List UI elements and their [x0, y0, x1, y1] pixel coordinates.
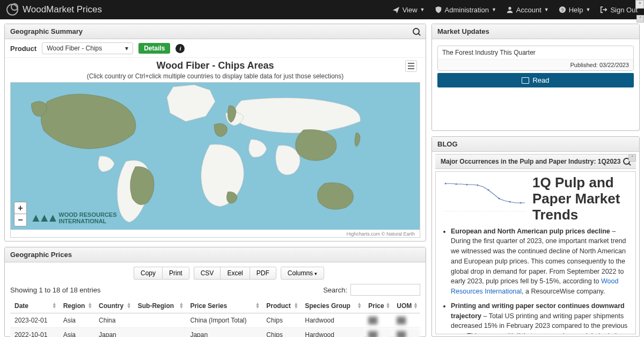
prices-title: Geographic Prices — [10, 251, 72, 259]
geographic-prices-panel: Geographic Prices ˄ Copy Print CSV Excel… — [4, 247, 426, 337]
blog-scroll-up[interactable]: ˄ — [628, 154, 636, 162]
blog-scroll-area[interactable]: ···· 1Q Pulp and Paper Market Trends Eur… — [435, 171, 636, 334]
zoom-out-button[interactable]: − — [14, 214, 26, 226]
help-icon: ? — [559, 6, 566, 13]
nav-help[interactable]: ? Help▼ — [559, 6, 591, 14]
map-title: Wood Fiber - Chips Areas — [10, 58, 420, 72]
update-item: The Forest Industry This Quarter Publish… — [437, 46, 634, 71]
wri-logo: ▲▲▲ WOOD RESOURCES INTERNATIONAL — [30, 211, 117, 224]
brand: WoodMarket Prices — [6, 4, 102, 16]
svg-point-9 — [499, 198, 500, 200]
svg-point-4 — [445, 183, 447, 185]
blog-panel: BLOG Major Occurrences in the Pulp and P… — [431, 136, 640, 337]
col-sub-region[interactable]: Sub-Region▲▼ — [134, 299, 186, 313]
nav-view[interactable]: View▼ — [392, 6, 425, 14]
map-menu-button[interactable] — [405, 60, 417, 72]
pdf-button[interactable]: PDF — [250, 267, 276, 280]
shield-icon — [435, 6, 442, 13]
table-row[interactable]: 2022-10-01AsiaJapanJapanChipsHardwood███… — [10, 328, 420, 338]
read-button[interactable]: Read — [437, 73, 634, 87]
col-price[interactable]: Price▲▼ — [364, 299, 392, 313]
blog-head: BLOG — [437, 140, 458, 148]
nav-account[interactable]: Account▼ — [506, 6, 549, 14]
trees-icon: ▲▲▲ — [30, 211, 55, 224]
prices-table: Date▲▼Region▲▼Country▲▼Sub-Region▲▼Price… — [10, 299, 420, 337]
nav-administration[interactable]: Administration▼ — [435, 6, 496, 14]
details-button[interactable]: Details — [138, 43, 170, 54]
book-icon — [522, 77, 529, 84]
user-icon — [506, 6, 514, 13]
blog-thumbnail-chart: ···· — [441, 177, 527, 219]
svg-text:?: ? — [561, 8, 564, 13]
col-price-series[interactable]: Price Series▲▼ — [186, 299, 262, 313]
plane-icon — [392, 6, 400, 13]
col-uom[interactable]: UOM▲▼ — [392, 299, 420, 313]
info-icon[interactable]: i — [175, 44, 185, 53]
search-icon[interactable] — [413, 28, 420, 35]
map-zoom-controls: + − — [14, 202, 27, 226]
col-date[interactable]: Date▲▼ — [10, 299, 59, 313]
brand-logo-icon — [6, 4, 18, 16]
geographic-summary-panel: Geographic Summary Product Wood Fiber - … — [4, 24, 426, 241]
updates-title: Market Updates — [437, 27, 489, 35]
entries-text: Showing 1 to 18 of 18 entries — [10, 286, 100, 294]
svg-text:·: · — [484, 214, 485, 216]
product-label: Product — [10, 45, 36, 53]
svg-text:·: · — [506, 214, 506, 216]
col-species-group[interactable]: Species Group▲▼ — [301, 299, 364, 313]
signout-icon — [600, 6, 608, 13]
print-button[interactable]: Print — [162, 267, 189, 280]
product-select[interactable]: Wood Fiber - Chips — [42, 42, 133, 54]
svg-point-0 — [508, 7, 511, 10]
nav-signout[interactable]: Sign Out — [600, 6, 638, 14]
market-updates-panel: Market Updates The Forest Industry This … — [431, 24, 640, 131]
csv-button[interactable]: CSV — [194, 267, 221, 280]
world-map[interactable]: + − ▲▲▲ WOOD RESOURCES INTERNATIONAL Hig… — [10, 82, 420, 238]
col-country[interactable]: Country▲▼ — [94, 299, 134, 313]
svg-point-10 — [509, 201, 511, 203]
blog-body: European and North American pulp prices … — [441, 226, 630, 334]
table-row[interactable]: 2023-02-01AsiaChinaChina (Import Total)C… — [10, 313, 420, 328]
svg-point-5 — [456, 184, 457, 185]
prices-scroll-up[interactable]: ˄ — [636, 15, 644, 23]
svg-text:·: · — [463, 214, 463, 216]
svg-point-7 — [477, 185, 479, 186]
blog-article-head: Major Occurrences in the Pulp and Paper … — [441, 158, 620, 165]
zoom-in-button[interactable]: + — [14, 202, 26, 214]
update-published-date: 03/22/2023 — [599, 62, 629, 68]
col-region[interactable]: Region▲▼ — [59, 299, 94, 313]
svg-point-6 — [466, 184, 468, 186]
map-subtitle: (Click country or Ctrl+click multiple co… — [10, 72, 420, 82]
page-scroll-up[interactable]: ˄ — [635, 0, 644, 9]
top-navbar: WoodMarket Prices View▼ Administration▼ … — [0, 0, 644, 19]
search-label: Search: — [323, 286, 347, 294]
columns-button[interactable]: Columns — [281, 267, 324, 280]
search-input[interactable] — [350, 284, 420, 296]
svg-text:·: · — [445, 214, 446, 216]
copy-button[interactable]: Copy — [134, 267, 162, 280]
update-item-title: The Forest Industry This Quarter — [438, 46, 633, 59]
col-product[interactable]: Product▲▼ — [262, 299, 301, 313]
geo-summary-title: Geographic Summary — [10, 27, 83, 35]
excel-button[interactable]: Excel — [220, 267, 249, 280]
map-credit: Highcharts.com © Natural Earth — [345, 231, 416, 237]
brand-name: WoodMarket Prices — [23, 4, 102, 15]
svg-point-8 — [488, 189, 489, 191]
svg-point-11 — [520, 202, 522, 204]
svg-rect-3 — [441, 177, 527, 219]
